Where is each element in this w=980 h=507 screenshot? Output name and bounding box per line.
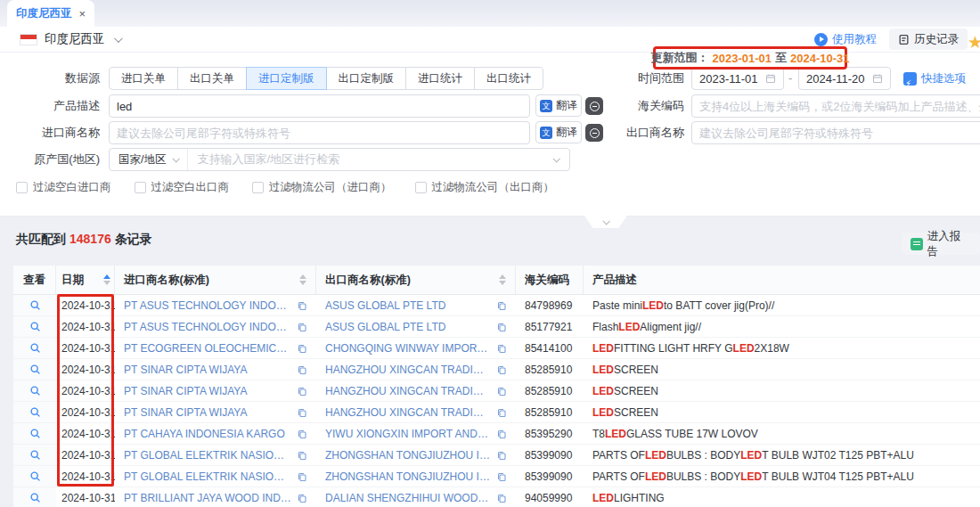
datasource-tab[interactable]: 出口统计	[474, 67, 543, 90]
importer-link[interactable]: PT SINAR CIPTA WIJAYA	[124, 364, 291, 376]
view-magnifier-icon[interactable]	[29, 428, 41, 439]
copy-icon[interactable]	[297, 407, 307, 418]
enter-report-button[interactable]: 进入报告	[902, 233, 980, 255]
view-record-button[interactable]	[13, 402, 56, 422]
importer-link[interactable]: PT BRILLIANT JAYA WOOD INDUSTRY	[124, 492, 291, 504]
importer-link[interactable]: PT GLOBAL ELEKTRIK NASIONAL	[124, 470, 291, 483]
view-record-button[interactable]	[13, 380, 56, 401]
datasource-label: 数据源	[0, 67, 100, 90]
copy-icon[interactable]	[496, 386, 507, 397]
copy-icon[interactable]	[297, 471, 307, 482]
chevron-down-icon[interactable]	[113, 34, 122, 43]
exporter-link[interactable]: ZHONGSHAN TONGJIUZHOU INTERNA...	[325, 449, 491, 462]
view-record-button[interactable]	[13, 316, 56, 337]
datasource-tab[interactable]: 进口统计	[405, 67, 475, 90]
end-date-input[interactable]: 2024-11-20	[798, 67, 891, 90]
copy-icon[interactable]	[496, 450, 507, 461]
checkbox-icon[interactable]	[415, 182, 427, 193]
importer-link[interactable]: PT CAHAYA INDONESIA KARGO	[124, 428, 291, 440]
exporter-link[interactable]: HANGZHOU XINGCAN TRADING CO LTD	[325, 406, 491, 419]
exporter-link[interactable]: CHONGQING WINWAY IMPORT AND E...	[325, 342, 491, 355]
copy-icon[interactable]	[297, 450, 307, 461]
hs-code-input[interactable]	[691, 94, 980, 118]
start-date-input[interactable]: 2023-11-01	[691, 67, 784, 90]
copy-icon[interactable]	[297, 429, 307, 439]
sort-exporter-control[interactable]	[499, 274, 506, 285]
exporter-link[interactable]: ZHONGSHAN TONGJIUZHOU INTERNA...	[325, 470, 491, 483]
copy-icon[interactable]	[496, 407, 507, 418]
record-date: 2024-10-31	[56, 380, 115, 401]
exporter-link[interactable]: DALIAN SHENGZHIHUI WOOD INDUST...	[325, 492, 491, 504]
importer-link[interactable]: PT ASUS TECHNOLOGY INDONESIA BA...	[124, 321, 291, 333]
copy-icon[interactable]	[297, 343, 307, 354]
checkbox-icon[interactable]	[16, 182, 28, 193]
datasource-tab[interactable]: 进口关单	[109, 67, 178, 90]
datasource-tab[interactable]: 进口定制版	[246, 67, 327, 90]
sort-date-control[interactable]	[103, 274, 110, 285]
history-button[interactable]: 历史记录	[889, 29, 968, 50]
view-magnifier-icon[interactable]	[29, 321, 41, 332]
view-magnifier-icon[interactable]	[29, 299, 41, 311]
importer-input[interactable]	[109, 121, 530, 144]
filter-checkbox[interactable]: 过滤空白出口商	[135, 180, 230, 195]
importer-link[interactable]: PT ECOGREEN OLEOCHEMICALS	[124, 342, 291, 355]
copy-icon[interactable]	[496, 343, 507, 354]
checkbox-icon[interactable]	[135, 182, 146, 193]
view-magnifier-icon[interactable]	[29, 470, 41, 482]
chevron-down-icon	[173, 155, 180, 162]
view-record-button[interactable]	[13, 338, 56, 358]
copy-icon[interactable]	[297, 322, 307, 332]
copy-icon[interactable]	[496, 471, 507, 482]
copy-icon[interactable]	[496, 429, 507, 439]
view-magnifier-icon[interactable]	[29, 385, 41, 397]
origin-country-select[interactable]: 国家/地区	[110, 149, 188, 170]
exporter-input[interactable]	[691, 121, 980, 144]
copy-icon[interactable]	[297, 493, 307, 503]
exporter-link[interactable]: YIWU XIONGXIN IMPORT AND EXPORT...	[325, 428, 491, 440]
origin-search-placeholder[interactable]: 支持输入国家/地区进行检索	[188, 151, 553, 168]
quick-options-button[interactable]: 快捷选项	[903, 67, 966, 90]
exporter-link[interactable]: ASUS GLOBAL PTE LTD	[325, 321, 491, 333]
copy-icon[interactable]	[297, 300, 307, 311]
datasource-tab[interactable]: 出口关单	[177, 67, 247, 90]
copy-icon[interactable]	[297, 364, 307, 375]
importer-link[interactable]: PT ASUS TECHNOLOGY INDONESIA BA...	[124, 299, 291, 312]
copy-icon[interactable]	[297, 386, 307, 397]
filter-checkbox[interactable]: 过滤物流公司（进口商）	[252, 180, 392, 195]
exporter-link[interactable]: ASUS GLOBAL PTE LTD	[325, 299, 491, 312]
view-record-button[interactable]	[13, 487, 56, 507]
tutorial-button[interactable]: 使用教程	[814, 32, 877, 47]
view-magnifier-icon[interactable]	[29, 342, 41, 354]
exporter-link[interactable]: HANGZHOU XINGCAN TRADING CO LTD	[325, 364, 491, 376]
view-record-button[interactable]	[13, 445, 56, 465]
view-magnifier-icon[interactable]	[29, 492, 41, 503]
record-date: 2024-10-31	[56, 316, 115, 337]
product-desc-input[interactable]	[109, 94, 530, 118]
datasource-tab[interactable]: 出口定制版	[326, 67, 407, 90]
filter-checkbox[interactable]: 过滤物流公司（出口商）	[415, 180, 555, 195]
copy-icon[interactable]	[496, 322, 507, 332]
copy-icon[interactable]	[496, 364, 507, 375]
exporter-link[interactable]: HANGZHOU XINGCAN TRADING CO LTD	[325, 385, 491, 397]
tab-indonesia[interactable]: 印度尼西亚 ×	[7, 0, 94, 27]
copy-icon[interactable]	[496, 300, 507, 311]
favorite-star-icon[interactable]: ★	[968, 32, 980, 53]
tab-close-icon[interactable]: ×	[79, 8, 86, 20]
view-record-button[interactable]	[13, 423, 56, 444]
chevron-down-icon[interactable]	[552, 155, 559, 162]
checkbox-icon[interactable]	[252, 182, 264, 193]
product-desc-value: PARTS OF LED BULBS : BODY LED T BULB WJT…	[584, 466, 980, 487]
view-record-button[interactable]	[13, 295, 56, 315]
product-desc-label: 产品描述	[0, 94, 100, 118]
sort-importer-control[interactable]	[299, 274, 306, 285]
view-magnifier-icon[interactable]	[29, 449, 41, 461]
view-record-button[interactable]	[13, 466, 56, 487]
view-magnifier-icon[interactable]	[29, 364, 41, 375]
view-magnifier-icon[interactable]	[29, 406, 41, 418]
filter-checkbox[interactable]: 过滤空白进口商	[16, 180, 111, 195]
importer-link[interactable]: PT SINAR CIPTA WIJAYA	[124, 406, 291, 419]
importer-link[interactable]: PT SINAR CIPTA WIJAYA	[124, 385, 291, 397]
view-record-button[interactable]	[13, 359, 56, 380]
importer-link[interactable]: PT GLOBAL ELEKTRIK NASIONAL	[124, 449, 291, 462]
copy-icon[interactable]	[496, 493, 507, 503]
